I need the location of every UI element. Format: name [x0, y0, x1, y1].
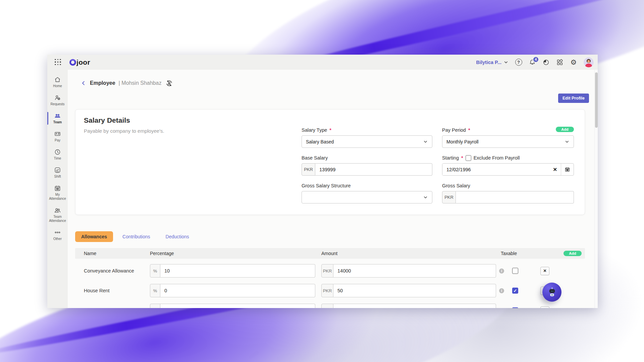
team-people-icon	[54, 112, 61, 119]
base-salary-input[interactable]	[315, 163, 432, 176]
breadcrumb: Employee | Mohsin Shahbaz	[80, 78, 594, 88]
table-row: Medical Allowance % PKR	[75, 303, 585, 308]
info-icon[interactable]	[499, 268, 504, 274]
amount-input[interactable]	[333, 284, 496, 297]
robot-icon	[546, 286, 558, 298]
organization-dropdown[interactable]: Bilytica P...	[476, 60, 509, 65]
info-icon[interactable]	[499, 308, 504, 308]
edit-profile-button[interactable]: Edit Profile	[558, 94, 589, 103]
gross-salary-structure-select[interactable]	[302, 191, 432, 203]
column-name: Name	[75, 251, 150, 256]
shift-chart-icon	[54, 167, 61, 174]
chevron-left-icon	[80, 80, 87, 86]
taxable-checkbox[interactable]	[512, 288, 518, 294]
tab-allowances[interactable]: Allowances	[75, 231, 113, 242]
topbar-actions: Bilytica P... 4	[476, 57, 594, 67]
pay-period-label: Pay Period	[442, 127, 466, 133]
calendar-picker-icon[interactable]	[561, 164, 574, 175]
required-asterisk	[468, 127, 470, 133]
column-percentage: Percentage	[150, 251, 321, 256]
starting-date-input[interactable]	[442, 164, 549, 175]
gross-salary-structure-field: Gross Salary Structure	[302, 183, 432, 203]
currency-prefix: PKR	[442, 191, 456, 203]
notifications-button[interactable]: 4	[529, 59, 536, 66]
gross-salary-structure-label: Gross Salary Structure	[302, 183, 351, 188]
info-icon[interactable]	[499, 288, 504, 293]
user-avatar[interactable]	[584, 57, 594, 67]
add-allowance-button[interactable]: Add	[564, 251, 582, 256]
percentage-input[interactable]	[160, 264, 315, 278]
notification-badge: 4	[533, 56, 539, 63]
breadcrumb-section[interactable]: Employee	[90, 80, 115, 86]
tab-contributions[interactable]: Contributions	[116, 231, 156, 242]
percent-prefix: %	[150, 284, 160, 297]
allowance-name: Conveyance Allowance	[75, 268, 150, 274]
column-taxable: Taxable	[501, 251, 517, 256]
taxable-checkbox[interactable]	[512, 307, 518, 308]
currency-prefix: PKR	[321, 264, 333, 278]
theme-toggle-button[interactable]	[542, 59, 550, 66]
back-button[interactable]	[80, 80, 87, 86]
waffle-menu-icon[interactable]	[55, 59, 61, 66]
person-check-icon	[54, 94, 61, 101]
salary-type-field: Salary Type Salary Based	[302, 127, 432, 148]
tab-deductions[interactable]: Deductions	[160, 231, 195, 242]
app-grid-icon	[556, 59, 564, 66]
exclude-from-payroll-checkbox[interactable]	[466, 155, 471, 161]
base-salary-label: Base Salary	[302, 155, 328, 161]
taxable-checkbox[interactable]	[512, 268, 518, 274]
chevron-down-icon	[503, 60, 508, 65]
pay-period-select[interactable]: Monthly Payroll	[442, 135, 574, 148]
exclude-from-payroll-label: Exclude From Payroll	[474, 155, 520, 161]
logo-o-icon	[69, 59, 76, 66]
sidebar-item-home[interactable]: Home	[47, 73, 68, 91]
currency-prefix: PKR	[302, 163, 315, 176]
vertical-scrollbar	[594, 70, 598, 308]
percentage-input[interactable]	[160, 284, 315, 297]
sidebar-item-requests[interactable]: Requests	[47, 91, 68, 109]
pay-period-add-button[interactable]: Add	[556, 127, 574, 132]
clear-date-icon[interactable]	[549, 167, 561, 173]
starting-date-field: Starting Exclude From Payroll	[442, 155, 574, 176]
employee-sync-icon[interactable]	[165, 79, 173, 87]
salary-type-select[interactable]: Salary Based	[302, 135, 432, 148]
delete-row-button[interactable]	[540, 306, 549, 308]
column-amount: Amount	[321, 251, 501, 256]
gross-salary-input[interactable]	[456, 191, 574, 203]
header-action-row: Edit Profile	[68, 94, 589, 103]
base-salary-field: Base Salary PKR	[302, 155, 432, 176]
salary-type-value: Salary Based	[306, 139, 334, 144]
sidebar-item-time[interactable]: Time	[47, 145, 68, 164]
breadcrumb-employee-name: | Mohsin Shahbaz	[119, 80, 162, 86]
sidebar-item-team[interactable]: Team	[47, 109, 68, 127]
app-window: joor Bilytica P... 4	[47, 55, 598, 308]
question-icon	[515, 59, 522, 66]
scrollbar-thumb[interactable]	[595, 72, 598, 128]
apps-button[interactable]	[556, 59, 564, 66]
delete-row-button[interactable]	[540, 267, 549, 275]
card-subtitle: Payable by company to employee's.	[84, 128, 302, 134]
starting-label: Starting	[442, 155, 459, 161]
logo-text: joor	[76, 58, 90, 66]
required-asterisk	[329, 127, 331, 133]
organization-label: Bilytica P...	[476, 60, 502, 65]
salary-type-label: Salary Type	[302, 127, 327, 133]
currency-prefix: PKR	[321, 304, 333, 308]
sidebar-nav: Home Requests Team Pay Time Shift My Att…	[47, 70, 68, 308]
sidebar-item-other[interactable]: Other	[47, 226, 68, 244]
sidebar-item-pay[interactable]: Pay	[47, 127, 68, 145]
percent-prefix: %	[150, 304, 160, 308]
sidebar-item-my-attendance[interactable]: My Attendance	[47, 182, 68, 204]
sidebar-item-shift[interactable]: Shift	[47, 164, 68, 182]
amount-input[interactable]	[333, 264, 496, 278]
settings-button[interactable]	[570, 59, 577, 66]
salary-details-card: Salary Details Payable by company to emp…	[75, 109, 585, 215]
required-asterisk	[461, 155, 463, 161]
sidebar-item-team-attendance[interactable]: Team Attendance	[47, 204, 68, 226]
percentage-input[interactable]	[160, 304, 315, 308]
home-icon	[54, 76, 61, 83]
help-button[interactable]	[515, 59, 522, 66]
amount-input[interactable]	[333, 304, 496, 308]
allowance-name: Medical Allowance	[75, 308, 150, 308]
assistant-robot-button[interactable]	[542, 283, 561, 302]
